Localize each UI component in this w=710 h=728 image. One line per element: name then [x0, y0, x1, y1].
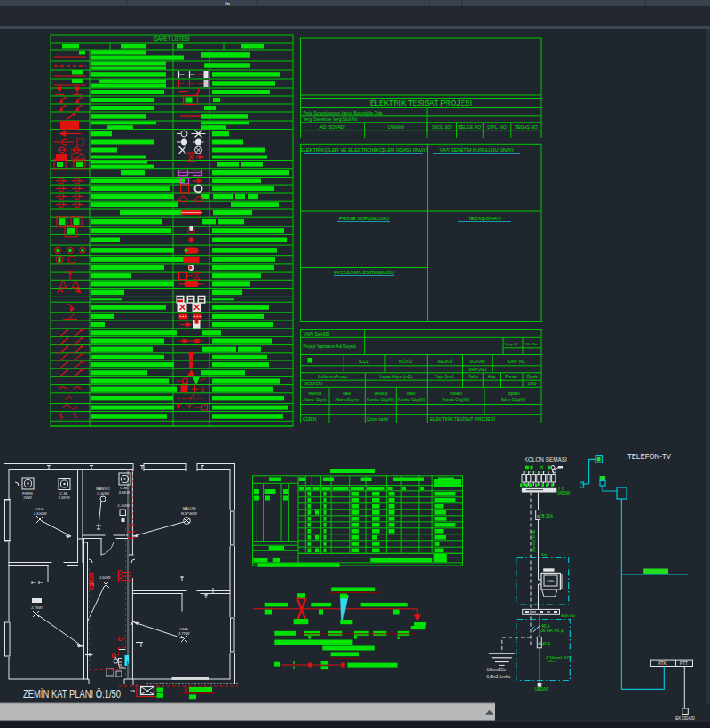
- svg-text:16mm2Cu: 16mm2Cu: [487, 668, 507, 672]
- svg-text:Ölçek: Ölçek: [526, 374, 538, 379]
- svg-text:BELGE NO: BELGE NO: [459, 124, 482, 130]
- svg-text:MAH.ADI: MAH.ADI: [469, 367, 487, 372]
- svg-text:0,5m2 Levha: 0,5m2 Levha: [487, 675, 511, 679]
- svg-text:3.3KW: 3.3KW: [118, 490, 130, 495]
- svg-text:DİPL. NO: DİPL. NO: [487, 124, 507, 130]
- svg-text:Parsel: Parsel: [505, 375, 517, 379]
- svg-text:İLÇE: İLÇE: [359, 359, 369, 364]
- svg-text:UNVANI: UNVANI: [388, 124, 405, 130]
- svg-text:PROJE SORUMLUSU: PROJE SORUMLUSU: [339, 216, 389, 221]
- svg-text:C-60W: C-60W: [117, 503, 130, 508]
- svg-text:SALON: SALON: [183, 506, 196, 510]
- svg-text:J-75W: J-75W: [178, 631, 191, 636]
- svg-text:İlave: İlave: [407, 391, 416, 396]
- svg-text:RTK: RTK: [658, 661, 667, 666]
- svg-text:1 2: 1 2: [558, 487, 564, 491]
- svg-text:Yapı Sınıfı: Yapı Sınıfı: [435, 375, 454, 379]
- svg-text:AboneSayısı: AboneSayısı: [335, 398, 359, 402]
- svg-text:TA.: TA.: [130, 689, 137, 693]
- svg-text:ZEMİN KAT PLANI Ö:1/50: ZEMİN KAT PLANI Ö:1/50: [23, 688, 121, 700]
- svg-text:TEDAŞ NO: TEDAŞ NO: [515, 124, 538, 130]
- svg-text:ELEKTRİK TESİSAT PROJESİ: ELEKTRİK TESİSAT PROJESİ: [430, 416, 495, 422]
- svg-text:Müh.Sız: Müh.Sız: [561, 613, 575, 618]
- svg-text:Talep Güç(W): Talep Güç(W): [501, 398, 526, 402]
- svg-text:Kurulu Güç(W): Kurulu Güç(W): [442, 398, 469, 402]
- svg-text:TEDAŞ ONAYI: TEDAŞ ONAYI: [468, 216, 501, 221]
- svg-text:L: L: [535, 471, 537, 474]
- svg-text:40: 40: [538, 642, 541, 645]
- svg-text:TELEFON-TV: TELEFON-TV: [627, 452, 671, 461]
- svg-text:Çizim tarihi: Çizim tarihi: [367, 417, 389, 422]
- svg-text:KOLON SEMASI: KOLON SEMASI: [525, 456, 567, 463]
- svg-text:ELEKTRİKÇİLER VE ELEKTRONİKÇİL: ELEKTRİKÇİLER VE ELEKTRONİKÇİLER ODASI O…: [300, 147, 428, 153]
- svg-text:25mm2 NYA: 25mm2 NYA: [532, 530, 536, 552]
- svg-text:Pafta: Pafta: [468, 375, 478, 379]
- svg-text:MEVKİİ: MEVKİİ: [438, 359, 453, 364]
- svg-text:B: B: [201, 386, 205, 392]
- svg-text:1/50: 1/50: [528, 381, 537, 386]
- svg-text:2KW: 2KW: [23, 495, 32, 500]
- svg-text:Ada: Ada: [488, 375, 496, 379]
- svg-text:UYGULAMA SORUMLUSU: UYGULAMA SORUMLUSU: [334, 270, 394, 275]
- svg-text:YAPI SAHİBİ: YAPI SAHİBİ: [304, 331, 330, 336]
- svg-text:30 mA Y.K.Ş: 30 mA Y.K.Ş: [541, 629, 564, 633]
- svg-text:İlave: İlave: [343, 391, 351, 396]
- svg-text:MESKEN: MESKEN: [304, 381, 323, 386]
- svg-text:2m: 2m: [541, 552, 547, 557]
- svg-text:SOKAK: SOKAK: [469, 359, 485, 364]
- svg-text:Vergi Dairesi ve Vergi Sicil N: Vergi Dairesi ve Vergi Sicil No: [304, 117, 358, 122]
- svg-text:Y M: Y M: [525, 471, 531, 474]
- svg-text:32: 32: [537, 515, 540, 518]
- svg-text:PTT: PTT: [680, 661, 688, 666]
- svg-text:UEDAS: UEDAS: [535, 687, 549, 692]
- svg-text:B 32A: B 32A: [542, 514, 554, 518]
- svg-text:İŞARET LİSTESİ: İŞARET LİSTESİ: [154, 35, 190, 43]
- svg-text:ADI SOYADI: ADI SOYADI: [320, 124, 344, 130]
- svg-text:Projeyi Yaptıranın Adı Soyadı: Projeyi Yaptıranın Adı Soyadı: [304, 344, 357, 349]
- svg-text:ÇİZEN: ÇİZEN: [303, 416, 317, 422]
- svg-text:kWh: kWh: [548, 579, 555, 583]
- svg-text:Kurulu Güç(W): Kurulu Güç(W): [398, 398, 426, 402]
- svg-text:J-100W: J-100W: [33, 511, 47, 516]
- svg-text:Mevcut: Mevcut: [374, 392, 388, 396]
- svg-text:ELEKTRİK TESİSAT PROJESİ: ELEKTRİK TESİSAT PROJESİ: [370, 98, 472, 107]
- svg-text:J-75W: J-75W: [31, 605, 43, 610]
- svg-text:ODA: ODA: [179, 627, 188, 631]
- svg-text:3.3KW: 3.3KW: [58, 495, 70, 500]
- svg-text:Mevcut: Mevcut: [309, 392, 323, 396]
- svg-text:Proje Sorumlusunun Kayıtlı Bu: Proje Sorumlusunun Kayıtlı Bulunduğu Oda: [304, 111, 383, 115]
- svg-text:Kurulu Güç(W): Kurulu Güç(W): [367, 398, 395, 402]
- svg-text:3450W: 3450W: [557, 491, 571, 495]
- svg-text:J-60W: J-60W: [99, 575, 112, 580]
- svg-text:Toplam: Toplam: [449, 392, 462, 396]
- svg-text:İnşaat Alanı (m2): İnşaat Alanı (m2): [380, 374, 413, 379]
- svg-text:Kullanım Amacı: Kullanım Amacı: [318, 375, 347, 379]
- svg-text:C-60W: C-60W: [97, 491, 110, 495]
- svg-text:EK ODASI: EK ODASI: [675, 716, 695, 721]
- svg-text:40 A: 40 A: [542, 642, 551, 646]
- svg-text:Vergi D.: Vergi D.: [505, 342, 519, 346]
- svg-text:N-3*40W: N-3*40W: [181, 511, 198, 516]
- svg-text:SİCİL NO: SİCİL NO: [432, 124, 451, 130]
- svg-text:Abone Sayısı: Abone Sayısı: [303, 398, 327, 402]
- svg-text:KAPI NO: KAPI NO: [508, 359, 525, 364]
- svg-text:25m: 25m: [548, 659, 556, 663]
- svg-text:V.D. No: V.D. No: [525, 342, 539, 346]
- svg-text:KÖYÜ: KÖYÜ: [399, 359, 413, 364]
- svg-text:Toplam: Toplam: [507, 392, 520, 396]
- svg-text:YAPI DENETİM KURULUŞU ONAYI: YAPI DENETİM KURULUŞU ONAYI: [439, 147, 513, 153]
